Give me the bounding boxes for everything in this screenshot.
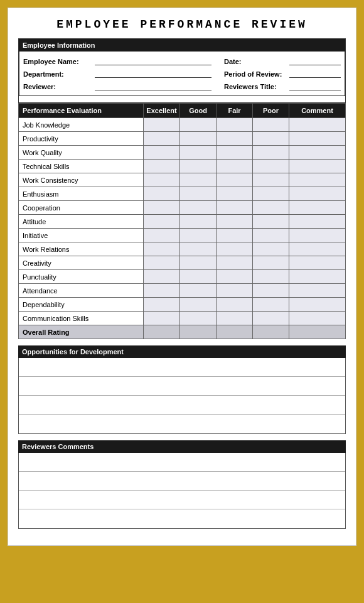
rating-cell[interactable] [253,325,289,339]
reviewers-comment-line-2[interactable] [19,472,345,491]
rating-cell[interactable] [253,242,289,256]
rating-cell[interactable] [253,256,289,270]
rating-cell[interactable] [253,215,289,229]
rating-cell[interactable] [217,229,253,242]
rating-cell[interactable] [180,242,217,256]
rating-cell[interactable] [144,201,180,215]
rating-cell[interactable] [217,187,253,201]
rating-cell[interactable] [180,270,217,284]
rating-cell[interactable] [217,284,253,298]
rating-cell[interactable] [217,215,253,229]
rating-cell[interactable] [144,229,180,242]
rating-cell[interactable] [217,256,253,270]
rating-cell[interactable] [144,284,180,298]
comment-cell[interactable] [289,187,346,201]
employee-name-input[interactable] [95,57,211,65]
rating-cell[interactable] [180,284,217,298]
rating-cell[interactable] [217,312,253,325]
comment-cell[interactable] [289,242,346,256]
rating-cell[interactable] [144,132,180,146]
opportunities-line-3[interactable] [19,396,345,415]
rating-cell[interactable] [180,325,217,339]
rating-cell[interactable] [144,256,180,270]
rating-cell[interactable] [144,298,180,312]
comment-cell[interactable] [289,256,346,270]
comment-cell[interactable] [289,132,346,146]
rating-cell[interactable] [180,215,217,229]
rating-cell[interactable] [253,160,289,173]
rating-cell[interactable] [144,146,180,160]
rating-cell[interactable] [217,132,253,146]
rating-cell[interactable] [180,256,217,270]
comment-cell[interactable] [289,173,346,187]
comment-cell[interactable] [289,146,346,160]
comment-cell[interactable] [289,325,346,339]
rating-cell[interactable] [253,173,289,187]
comment-cell[interactable] [289,270,346,284]
rating-cell[interactable] [144,173,180,187]
comment-cell[interactable] [289,118,346,132]
employee-info-section: Employee Information Employee Name: Date… [18,38,346,103]
rating-cell[interactable] [217,242,253,256]
rating-cell[interactable] [180,146,217,160]
table-row: Enthusiasm [19,187,346,201]
comment-cell[interactable] [289,160,346,173]
rating-cell[interactable] [217,298,253,312]
rating-cell[interactable] [217,270,253,284]
comment-cell[interactable] [289,298,346,312]
reviewers-comment-line-1[interactable] [19,453,345,472]
opportunities-line-4[interactable] [19,415,345,433]
rating-cell[interactable] [180,187,217,201]
comment-cell[interactable] [289,215,346,229]
comment-cell[interactable] [289,284,346,298]
opportunities-line-2[interactable] [19,377,345,396]
rating-cell[interactable] [217,201,253,215]
rating-cell[interactable] [253,187,289,201]
rating-cell[interactable] [253,298,289,312]
rating-cell[interactable] [144,160,180,173]
info-row-3: Reviewer: Reviewers Title: [23,82,341,90]
rating-cell[interactable] [217,146,253,160]
rating-cell[interactable] [217,160,253,173]
rating-cell[interactable] [180,173,217,187]
date-input[interactable] [289,57,341,65]
period-input[interactable] [289,69,341,78]
rating-cell[interactable] [144,270,180,284]
rating-cell[interactable] [180,118,217,132]
rating-cell[interactable] [253,229,289,242]
rating-cell[interactable] [180,229,217,242]
rating-cell[interactable] [180,201,217,215]
rating-cell[interactable] [253,270,289,284]
reviewers-comment-line-4[interactable] [19,509,345,528]
reviewers-title-input[interactable] [289,82,341,90]
rating-cell[interactable] [253,146,289,160]
rating-cell[interactable] [217,118,253,132]
rating-cell[interactable] [144,118,180,132]
department-input[interactable] [95,69,211,78]
comment-cell[interactable] [289,312,346,325]
rating-cell[interactable] [144,215,180,229]
rating-cell[interactable] [180,298,217,312]
rating-cell[interactable] [253,118,289,132]
col-header-poor: Poor [253,104,289,118]
rating-cell[interactable] [144,312,180,325]
rating-cell[interactable] [217,325,253,339]
rating-cell[interactable] [144,325,180,339]
rating-cell[interactable] [144,187,180,201]
rating-cell[interactable] [217,173,253,187]
rating-cell[interactable] [253,201,289,215]
rating-cell[interactable] [253,132,289,146]
row-label: Attitude [19,215,144,229]
rating-cell[interactable] [180,132,217,146]
reviewers-comment-line-3[interactable] [19,491,345,509]
rating-cell[interactable] [144,242,180,256]
reviewer-input[interactable] [95,82,211,90]
comment-cell[interactable] [289,201,346,215]
rating-cell[interactable] [180,160,217,173]
reviewers-title-label: Reviewers Title: [224,83,287,90]
opportunities-line-1[interactable] [19,358,345,377]
comment-cell[interactable] [289,229,346,242]
rating-cell[interactable] [253,284,289,298]
rating-cell[interactable] [253,312,289,325]
rating-cell[interactable] [180,312,217,325]
